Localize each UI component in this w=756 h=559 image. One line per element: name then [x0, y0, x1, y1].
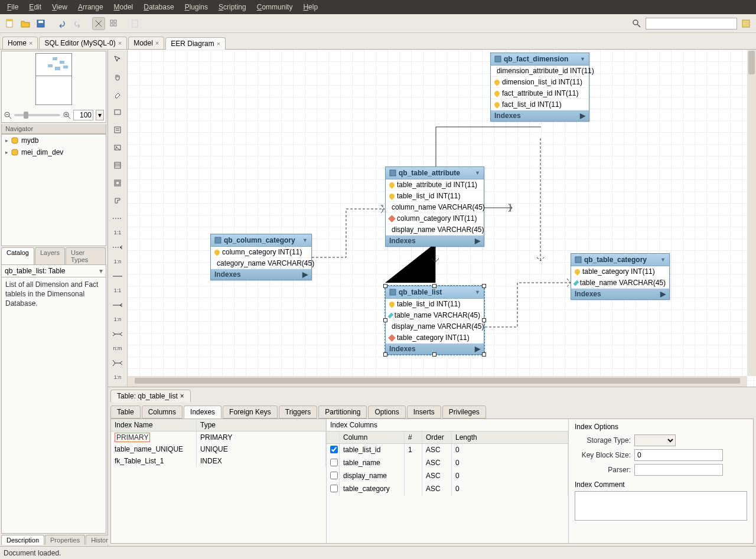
rel-1-n-tool[interactable]	[112, 299, 123, 311]
routine-tool[interactable]	[112, 195, 123, 207]
parser-input[interactable]	[634, 464, 723, 476]
tree-item-mydb[interactable]: ▸mydb	[2, 135, 106, 146]
rel-1-1-tool[interactable]	[112, 270, 123, 282]
rel-1-n-non-tool[interactable]	[112, 241, 123, 253]
index-row-fk[interactable]: fk_Table_List_1INDEX	[111, 455, 326, 467]
note-tool[interactable]	[112, 124, 123, 136]
left-tab-layers[interactable]: Layers	[35, 247, 65, 264]
subtab-options[interactable]: Options	[368, 406, 405, 419]
idxcol-checkbox[interactable]	[330, 459, 338, 466]
svg-rect-43	[390, 289, 396, 295]
new-file-button[interactable]	[4, 17, 17, 30]
index-options: Index Options Storage Type: Key Block Si…	[569, 419, 753, 543]
index-comment-input[interactable]	[575, 491, 747, 521]
idxcol-checkbox[interactable]	[330, 446, 338, 453]
search-input[interactable]	[646, 18, 737, 30]
close-icon[interactable]: ×	[217, 40, 220, 47]
idxcol-row[interactable]: table_list_id1ASC0	[327, 444, 568, 457]
layer-tool[interactable]	[112, 106, 123, 118]
navigator-thumbnail[interactable]	[35, 53, 72, 105]
key-block-size-input[interactable]	[634, 449, 723, 461]
rel-n-m-tool[interactable]	[112, 328, 123, 340]
subtab-table[interactable]: Table	[110, 406, 141, 419]
rel-1-n-pick-tool[interactable]	[112, 357, 123, 369]
close-icon[interactable]: ×	[29, 40, 32, 47]
rel-1-1-non-tool[interactable]	[112, 213, 123, 224]
menu-edit[interactable]: Edit	[24, 2, 46, 12]
search-icon	[630, 17, 643, 30]
tab-eer-diagram[interactable]: EER Diagram×	[165, 37, 226, 50]
tree-item-mei-dim-dev[interactable]: ▸mei_dim_dev	[2, 146, 106, 158]
menu-arrange[interactable]: Arrange	[73, 2, 108, 12]
storage-type-select[interactable]	[634, 434, 676, 446]
view-tool[interactable]	[112, 177, 123, 189]
subtab-foreign-keys[interactable]: Foreign Keys	[223, 406, 278, 419]
entity-qb-table-attribute[interactable]: qb_table_attribute▼ table_attribute_id I…	[385, 166, 484, 247]
tab-model[interactable]: Model×	[128, 37, 164, 49]
menu-database[interactable]: Database	[139, 2, 178, 12]
entity-qb-fact-dimension[interactable]: qb_fact_dimension▼ dimension_attribute_i…	[490, 53, 589, 122]
subtab-triggers[interactable]: Triggers	[279, 406, 318, 419]
image-tool[interactable]	[112, 142, 123, 153]
subtab-indexes[interactable]: Indexes	[184, 406, 221, 419]
selected-object-dropdown[interactable]: qb_table_list: Table▾	[1, 264, 106, 277]
subtab-privileges[interactable]: Privileges	[442, 406, 486, 419]
close-icon[interactable]: ×	[118, 40, 122, 47]
tab-home[interactable]: Home×	[2, 37, 38, 49]
horizontal-scrollbar[interactable]	[128, 376, 747, 387]
close-icon[interactable]: ×	[180, 392, 184, 400]
menu-model[interactable]: Model	[109, 2, 138, 12]
idxcol-checkbox[interactable]	[330, 472, 338, 479]
editor-tab[interactable]: Table: qb_table_list×	[110, 390, 191, 402]
eraser-tool[interactable]	[112, 89, 123, 100]
entity-qb-table-category[interactable]: qb_table_category▼ table_category INT(11…	[571, 253, 670, 300]
tab-sql-editor[interactable]: SQL Editor (MySQL-0)×	[39, 37, 127, 49]
diagram-canvas[interactable]: qb_fact_dimension▼ dimension_attribute_i…	[128, 50, 756, 387]
svg-rect-3	[38, 21, 43, 23]
close-icon[interactable]: ×	[155, 40, 159, 47]
idxcol-row[interactable]: table_nameASC0	[327, 457, 568, 470]
grid-button[interactable]	[107, 17, 120, 30]
menu-scripting[interactable]: Scripting	[214, 2, 251, 12]
idxcol-row[interactable]: table_categoryASC0	[327, 483, 568, 496]
zoom-slider[interactable]	[14, 114, 60, 116]
pointer-tool[interactable]	[112, 53, 123, 65]
index-list[interactable]: Index NameType PRIMARYPRIMARY table_name…	[111, 419, 327, 543]
undo-button[interactable]	[56, 17, 69, 30]
page-button[interactable]	[129, 17, 142, 30]
subtab-inserts[interactable]: Inserts	[407, 406, 441, 419]
menu-help[interactable]: Help	[298, 2, 322, 12]
open-file-button[interactable]	[19, 17, 32, 30]
entity-qb-column-category[interactable]: qb_column_category▼ column_category INT(…	[210, 234, 312, 280]
menu-view[interactable]: View	[47, 2, 72, 12]
zoom-out-icon[interactable]	[4, 111, 12, 119]
index-row-unique[interactable]: table_name_UNIQUEUNIQUE	[111, 443, 326, 455]
hand-tool[interactable]	[112, 71, 123, 83]
zoom-dropdown[interactable]: ▾	[96, 110, 104, 120]
menu-community[interactable]: Community	[252, 2, 298, 12]
search-options-button[interactable]	[739, 17, 752, 30]
menu-file[interactable]: FFileile	[2, 2, 23, 12]
table-tool[interactable]	[112, 159, 123, 171]
left-tab-catalog[interactable]: Catalog	[1, 247, 34, 264]
left-tab-properties[interactable]: Properties	[45, 535, 85, 545]
tool-palette: 1:1 1:n 1:1 1:n n:m 1:n	[108, 50, 128, 387]
vertical-scrollbar[interactable]	[747, 50, 756, 376]
subtab-partitioning[interactable]: Partitioning	[318, 406, 367, 419]
redo-button[interactable]	[71, 17, 84, 30]
index-row-primary[interactable]: PRIMARYPRIMARY	[111, 431, 326, 443]
zoom-in-icon[interactable]	[63, 111, 71, 119]
svg-rect-42	[215, 237, 221, 243]
catalog-tree[interactable]: ▸mydb ▸mei_dim_dev	[1, 134, 106, 246]
menu-plugins[interactable]: Plugins	[180, 2, 213, 12]
grid-align-button[interactable]	[92, 17, 105, 30]
save-button[interactable]	[34, 17, 47, 30]
description-box: List of all Dimension and Fact tablels i…	[1, 277, 106, 534]
idxcol-row[interactable]: display_nameASC0	[327, 470, 568, 483]
subtab-columns[interactable]: Columns	[142, 406, 183, 419]
zoom-input[interactable]	[73, 110, 93, 120]
left-tab-description[interactable]: Description	[1, 535, 44, 545]
entity-qb-table-list[interactable]: qb_table_list▼ table_list_id INT(11) tab…	[385, 286, 484, 355]
left-tab-usertypes[interactable]: User Types	[66, 247, 106, 264]
idxcol-checkbox[interactable]	[330, 485, 338, 492]
